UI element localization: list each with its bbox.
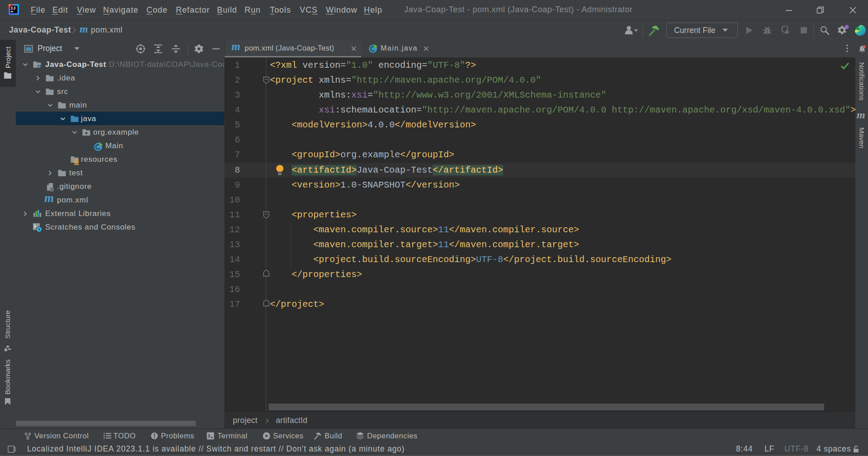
svg-text:IJ: IJ: [11, 6, 16, 11]
